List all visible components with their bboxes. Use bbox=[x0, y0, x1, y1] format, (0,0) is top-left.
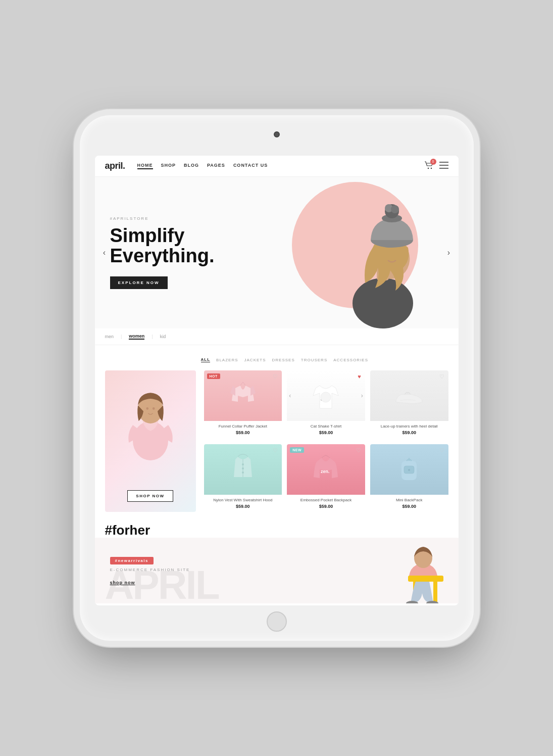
svg-point-22 bbox=[242, 471, 244, 474]
cat-divider-2: | bbox=[152, 334, 153, 339]
product-name: Nylon Vest With Sweatshirt Hood bbox=[208, 498, 278, 502]
jacket-illustration bbox=[228, 378, 258, 413]
sweatshirt-illustration: zen. bbox=[311, 452, 341, 487]
products-body: SHOP NOW HOT ♡ bbox=[105, 370, 448, 513]
product-wishlist-button[interactable]: ♡ bbox=[273, 447, 278, 454]
banner-content: #newarrivals E-COMMERCE FASHION SITE sho… bbox=[95, 555, 206, 586]
category-tabs: men | women | kid bbox=[95, 328, 459, 345]
screen: april. HOME SHOP BLOG PAGES CONTACT US 0 bbox=[95, 156, 459, 605]
product-info: Nylon Vest With Sweatshirt Hood $59.00 bbox=[204, 495, 282, 513]
svg-point-27 bbox=[408, 469, 410, 471]
filter-accessories[interactable]: ACCESSORIES bbox=[333, 358, 368, 362]
promo-shop-button[interactable]: SHOP NOW bbox=[127, 490, 173, 502]
product-name: Lace-up trainers with heel detail bbox=[374, 424, 444, 429]
product-image: ♡ bbox=[204, 444, 282, 495]
svg-rect-29 bbox=[433, 578, 437, 603]
product-image: HOT ♡ bbox=[204, 370, 282, 421]
cart-count: 0 bbox=[430, 159, 436, 165]
svg-point-5 bbox=[353, 278, 413, 328]
hero-tag: #APRILSTORE bbox=[110, 216, 215, 221]
home-button[interactable] bbox=[267, 611, 287, 632]
product-card[interactable]: ♥ ‹ › cat Cat Shake T-shirt bbox=[287, 370, 365, 439]
promo-bg: SHOP NOW bbox=[105, 370, 196, 512]
product-price: $59.00 bbox=[291, 430, 361, 435]
product-name: Cat Shake T-shirt bbox=[291, 424, 361, 429]
product-badge-new: NEW bbox=[290, 447, 304, 453]
product-image: ♡ bbox=[370, 370, 448, 421]
product-info: Lace-up trainers with heel detail $59.00 bbox=[370, 421, 448, 439]
product-prev-button[interactable]: ‹ bbox=[289, 392, 291, 399]
nav-home[interactable]: HOME bbox=[137, 163, 153, 169]
product-info: Embossed Pocket Backpack $59.00 bbox=[287, 495, 365, 513]
banner-subtitle: E-COMMERCE FASHION SITE bbox=[110, 568, 190, 572]
section-title: #forher bbox=[105, 523, 448, 538]
svg-point-21 bbox=[242, 467, 244, 469]
product-name: Mini BackPack bbox=[374, 498, 444, 502]
menu-button[interactable] bbox=[439, 162, 448, 171]
product-card[interactable]: ♡ Mini BackPack $59.00 bbox=[370, 444, 448, 513]
hero-prev-button[interactable]: ‹ bbox=[99, 247, 110, 258]
nav-pages[interactable]: PAGES bbox=[207, 163, 225, 169]
site-logo[interactable]: april. bbox=[105, 161, 125, 171]
svg-point-0 bbox=[427, 167, 428, 168]
product-wishlist-button[interactable]: ♥ bbox=[358, 373, 361, 380]
explore-now-button[interactable]: EXPLORE NOW bbox=[110, 276, 168, 289]
svg-text:zen.: zen. bbox=[321, 469, 330, 474]
cat-tab-men[interactable]: men bbox=[105, 334, 114, 339]
filter-dresses[interactable]: DRESSES bbox=[272, 358, 295, 362]
banner-tag: #newarrivals bbox=[110, 557, 154, 564]
filter-all[interactable]: ALL bbox=[201, 357, 211, 362]
product-badge-hot: HOT bbox=[207, 373, 220, 379]
cart-button[interactable]: 0 bbox=[424, 161, 433, 171]
hero-next-button[interactable]: › bbox=[443, 247, 455, 258]
promo-image: SHOP NOW bbox=[105, 370, 196, 512]
product-price: $59.00 bbox=[374, 504, 444, 509]
sneaker-illustration bbox=[394, 378, 424, 413]
svg-point-20 bbox=[242, 463, 244, 465]
product-card[interactable]: NEW ♡ zen. Embossed Pocket Backpack $59.… bbox=[287, 444, 365, 513]
product-grid: HOT ♡ Funnel Collar Puffer Jacket bbox=[204, 370, 448, 513]
product-card[interactable]: ♡ Nylon Vest With Sweatshirt bbox=[204, 444, 282, 513]
product-price: $59.00 bbox=[291, 504, 361, 509]
filter-blazers[interactable]: BLAZERS bbox=[216, 358, 238, 362]
banner-shop-link[interactable]: shop now bbox=[110, 580, 135, 585]
product-price: $59.00 bbox=[208, 430, 278, 435]
tshirt-illustration: cat bbox=[311, 378, 341, 413]
cat-divider-1: | bbox=[121, 334, 122, 339]
navbar: april. HOME SHOP BLOG PAGES CONTACT US 0 bbox=[95, 156, 459, 177]
cat-tab-kid[interactable]: kid bbox=[160, 334, 166, 339]
product-price: $59.00 bbox=[208, 504, 278, 509]
hero-title: Simplify Everything. bbox=[110, 226, 215, 266]
product-info: Mini BackPack $59.00 bbox=[370, 495, 448, 513]
products-section: ALL BLAZERS JACKETS DRESSES TROUSERS ACC… bbox=[95, 345, 459, 523]
filter-tabs: ALL BLAZERS JACKETS DRESSES TROUSERS ACC… bbox=[201, 357, 369, 362]
nav-contact[interactable]: CONTACT US bbox=[233, 163, 268, 169]
product-card[interactable]: HOT ♡ Funnel Collar Puffer Jacket bbox=[204, 370, 282, 439]
svg-point-18 bbox=[321, 392, 331, 402]
backpack-illustration bbox=[394, 452, 424, 487]
product-card[interactable]: ♡ Lace-up trainers with heel detail $59.… bbox=[370, 370, 448, 439]
nav-links: HOME SHOP BLOG PAGES CONTACT US bbox=[137, 163, 424, 169]
product-wishlist-button[interactable]: ♡ bbox=[356, 447, 361, 454]
product-wishlist-button[interactable]: ♡ bbox=[273, 373, 278, 380]
product-wishlist-button[interactable]: ♡ bbox=[439, 373, 444, 380]
vest-illustration bbox=[228, 452, 258, 487]
hero-section: ‹ #APRILSTORE Simplify Everything. EXPLO… bbox=[95, 177, 459, 328]
product-name: Embossed Pocket Backpack bbox=[291, 498, 361, 502]
products-header: ALL BLAZERS JACKETS DRESSES TROUSERS ACC… bbox=[105, 355, 448, 362]
product-info: Funnel Collar Puffer Jacket $59.00 bbox=[204, 421, 282, 439]
tablet-frame: april. HOME SHOP BLOG PAGES CONTACT US 0 bbox=[80, 115, 474, 641]
menu-icon bbox=[439, 162, 448, 169]
svg-rect-30 bbox=[408, 576, 443, 582]
product-image: NEW ♡ zen. bbox=[287, 444, 365, 495]
product-next-button[interactable]: › bbox=[361, 392, 363, 399]
product-wishlist-button[interactable]: ♡ bbox=[439, 447, 444, 454]
cat-tab-women[interactable]: women bbox=[129, 334, 144, 340]
front-camera-icon bbox=[274, 131, 280, 137]
svg-point-1 bbox=[430, 167, 431, 168]
filter-trousers[interactable]: TROUSERS bbox=[301, 358, 327, 362]
filter-jackets[interactable]: JACKETS bbox=[244, 358, 266, 362]
nav-shop[interactable]: SHOP bbox=[161, 163, 176, 169]
nav-icons: 0 bbox=[424, 161, 448, 171]
nav-blog[interactable]: BLOG bbox=[184, 163, 199, 169]
